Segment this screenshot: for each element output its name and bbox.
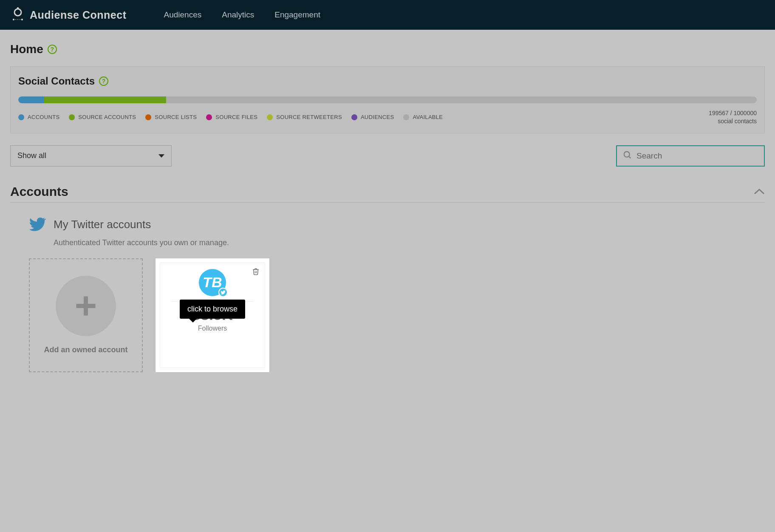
nav-analytics[interactable]: Analytics [222, 10, 254, 20]
svg-point-3 [21, 19, 23, 20]
progress-bar [18, 96, 757, 103]
legend-available[interactable]: AVAILABLE [403, 114, 443, 120]
help-icon[interactable]: ? [99, 76, 108, 86]
search-icon [623, 150, 632, 161]
svg-line-5 [629, 156, 631, 158]
accounts-section-title: Accounts [10, 184, 68, 199]
search-input[interactable] [636, 151, 758, 161]
twitter-icon [29, 215, 46, 234]
follower-label: Followers [198, 325, 227, 332]
browse-tooltip: click to browse [180, 300, 245, 319]
contacts-count-label: social contacts [709, 117, 757, 125]
svg-point-1 [17, 7, 19, 9]
legend-dot-icon [267, 114, 273, 120]
legend-accounts[interactable]: ACCOUNTS [18, 114, 59, 120]
legend-label: ACCOUNTS [28, 114, 59, 120]
twitter-badge-icon [218, 288, 228, 297]
legend-label: AVAILABLE [413, 114, 443, 120]
legend-source-files[interactable]: SOURCE FILES [206, 114, 257, 120]
subsection-title: My Twitter accounts [54, 218, 151, 231]
svg-point-0 [14, 9, 21, 16]
add-account-card[interactable]: Add an owned account [29, 258, 143, 372]
avatar-wrap: TB [199, 269, 226, 296]
account-card-highlight: TB click to browse 38.5K Followers [156, 258, 269, 372]
svg-rect-7 [76, 304, 96, 308]
social-contacts-panel: Social Contacts ? ACCOUNTS SOURCE ACCOUN… [10, 66, 765, 133]
account-cards: Add an owned account TB [29, 258, 746, 372]
chevron-up-icon [754, 188, 765, 195]
search-box[interactable] [616, 145, 765, 167]
brand-name: Audiense Connect [30, 9, 126, 21]
accounts-section-header[interactable]: Accounts [10, 184, 765, 203]
legend-dot-icon [206, 114, 212, 120]
brand[interactable]: Audiense Connect [12, 7, 126, 23]
legend-source-lists[interactable]: SOURCE LISTS [145, 114, 197, 120]
page-title: Home [10, 42, 43, 56]
nav-links: Audiences Analytics Engagement [164, 10, 320, 20]
plus-circle-icon [56, 276, 116, 336]
account-card[interactable]: TB click to browse 38.5K Followers [160, 263, 265, 368]
legend-label: SOURCE ACCOUNTS [78, 114, 136, 120]
brand-logo-icon [12, 7, 24, 23]
add-account-label: Add an owned account [44, 345, 127, 354]
legend-dot-icon [69, 114, 75, 120]
trash-icon[interactable] [252, 267, 260, 277]
page-body: Home ? Social Contacts ? ACCOUNTS SOURCE [0, 30, 775, 385]
legend-dot-icon [18, 114, 24, 120]
legend: ACCOUNTS SOURCE ACCOUNTS SOURCE LISTS SO… [18, 114, 443, 120]
filter-select[interactable]: Show all [10, 145, 172, 167]
progress-segment-accounts [18, 96, 44, 103]
page-title-row: Home ? [10, 42, 765, 56]
legend-dot-icon [403, 114, 409, 120]
contacts-count-value: 199567 / 1000000 [709, 109, 757, 117]
progress-segment-source-accounts [44, 96, 166, 103]
legend-dot-icon [145, 114, 151, 120]
legend-label: AUDIENCES [361, 114, 394, 120]
filter-selected-label: Show all [17, 151, 46, 160]
panel-title: Social Contacts [18, 75, 95, 87]
panel-title-row: Social Contacts ? [18, 75, 757, 87]
my-twitter-accounts: My Twitter accounts Authenticated Twitte… [10, 203, 765, 372]
contacts-count: 199567 / 1000000 social contacts [709, 109, 757, 125]
svg-point-4 [624, 152, 630, 157]
legend-label: SOURCE FILES [215, 114, 257, 120]
top-nav: Audiense Connect Audiences Analytics Eng… [0, 0, 775, 30]
nav-audiences[interactable]: Audiences [164, 10, 201, 20]
filter-row: Show all [10, 145, 765, 167]
legend-dot-icon [351, 114, 357, 120]
help-icon[interactable]: ? [48, 45, 57, 54]
legend-row: ACCOUNTS SOURCE ACCOUNTS SOURCE LISTS SO… [18, 109, 757, 125]
subsection-description: Authenticated Twitter accounts you own o… [54, 238, 746, 247]
legend-label: SOURCE LISTS [155, 114, 197, 120]
legend-label: SOURCE RETWEETERS [276, 114, 342, 120]
caret-down-icon [158, 154, 164, 158]
nav-engagement[interactable]: Engagement [274, 10, 320, 20]
legend-source-accounts[interactable]: SOURCE ACCOUNTS [69, 114, 136, 120]
contacts-progress [18, 96, 757, 103]
legend-source-retweeters[interactable]: SOURCE RETWEETERS [267, 114, 342, 120]
legend-audiences[interactable]: AUDIENCES [351, 114, 394, 120]
